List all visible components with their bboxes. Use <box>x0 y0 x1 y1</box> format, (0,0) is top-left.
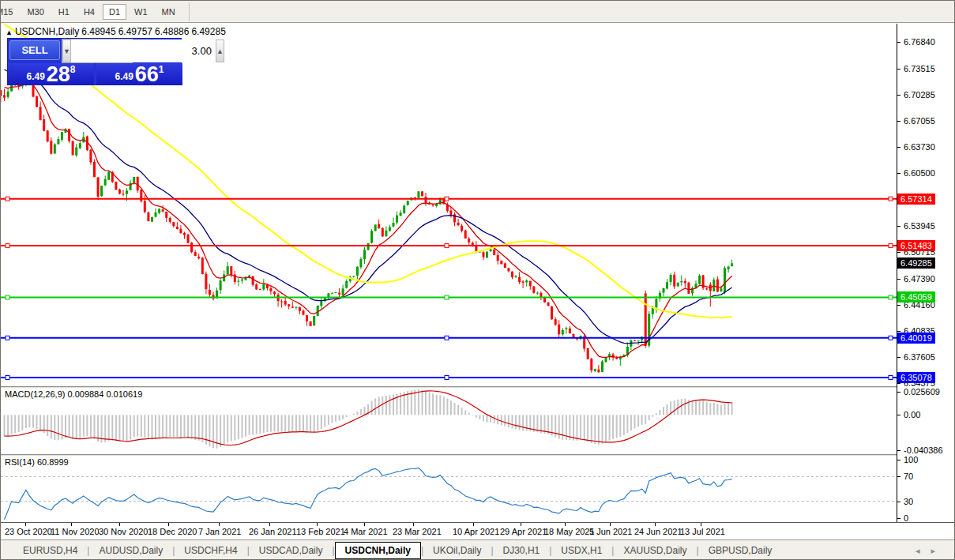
rsi-indicator-pane[interactable]: RSI(14) 60.8999 <box>1 456 897 522</box>
timeframe-button-m30[interactable]: M30 <box>21 4 50 20</box>
price-axis[interactable]: 6.768406.735156.702856.670556.637306.605… <box>897 24 955 522</box>
date-axis-tick <box>364 523 365 526</box>
date-label: 23 Oct 2020 <box>5 527 52 536</box>
date-label: 13 Feb 2021 <box>296 527 345 536</box>
ohlc-close: 6.49285 <box>191 26 225 37</box>
macd-axis-tick: 0.025609 <box>897 386 940 397</box>
rsi-axis-tick: 100 <box>897 454 918 465</box>
date-axis-tick <box>610 523 611 526</box>
date-axis-tick <box>521 523 521 526</box>
date-label: 13 Jul 2021 <box>680 527 725 536</box>
date-axis-tick <box>168 523 169 526</box>
chart-tabbar: EURUSD,H4|AUDUSD,Daily|USDCHF,H4|USDCAD,… <box>1 539 955 560</box>
tab-dj30-h1[interactable]: DJ30,H1 <box>494 542 550 559</box>
volume-input[interactable] <box>71 39 216 62</box>
price-axis-tick: 6.63730 <box>897 141 935 152</box>
sell-button[interactable]: SELL <box>9 40 60 60</box>
tabbar-scroll-right-icon[interactable]: ▸ <box>931 546 946 555</box>
price-chart-pane[interactable]: ▲USDCNH,Daily6.489456.497576.488866.4928… <box>1 24 897 386</box>
tab-usdcnh-daily[interactable]: USDCNH,Daily <box>335 542 421 559</box>
date-axis-tick <box>25 523 26 526</box>
date-label: 29 Apr 2021 <box>500 527 547 536</box>
tab-audusd-daily[interactable]: AUDUSD,Daily <box>89 542 172 559</box>
volume-stepper: ▼ ▲ <box>62 39 133 63</box>
date-label: 18 Dec 2020 <box>148 527 197 536</box>
rsi-axis-tick: 70 <box>897 471 913 482</box>
price-axis-tick: 6.73515 <box>897 63 935 74</box>
date-label: 10 Apr 2021 <box>453 527 499 536</box>
date-axis-tick <box>565 523 566 526</box>
sell-price-sup: 8 <box>70 64 76 75</box>
tab-usdchf-h4[interactable]: USDCHF,H4 <box>175 542 246 559</box>
price-axis-tick: 6.53945 <box>897 220 935 231</box>
sell-price-display[interactable]: 6.49 28 8 <box>8 63 94 85</box>
macd-label: MACD(12,26,9) 0.009884 0.010619 <box>5 389 142 399</box>
tabbar-scroll-left-icon[interactable]: ◂ <box>916 546 931 555</box>
collapse-panel-icon[interactable]: ▲ <box>6 28 13 36</box>
timeframe-button-mn[interactable]: MN <box>156 4 182 20</box>
ohlc-low: 6.48886 <box>155 26 189 37</box>
chart-ohlc-title: ▲USDCNH,Daily6.489456.497576.488866.4928… <box>6 26 228 37</box>
rsi-label: RSI(14) 60.8999 <box>5 457 69 467</box>
rsi-canvas[interactable] <box>1 456 897 522</box>
macd-indicator-pane[interactable]: MACD(12,26,9) 0.009884 0.010619 <box>1 388 897 454</box>
price-axis-tick: 6.67055 <box>897 115 935 126</box>
buy-price-display[interactable]: 6.49 66 1 <box>96 63 182 85</box>
date-label: 26 Jan 2021 <box>249 527 297 536</box>
date-axis-tick <box>71 523 72 526</box>
date-label: 30 Nov 2020 <box>99 527 148 536</box>
chart-symbol-label: USDCNH,Daily <box>15 26 79 37</box>
price-axis-tick: 6.60500 <box>897 167 935 179</box>
rsi-axis-tick: 30 <box>897 496 913 507</box>
hline-price-label: 6.35078 <box>897 372 935 383</box>
one-click-trading-panel: SELL BUY ▼ ▲ 6.49 28 8 6.49 66 1 <box>7 38 182 85</box>
date-label: 23 Mar 2021 <box>393 527 442 536</box>
date-label: 4 Mar 2021 <box>344 527 388 536</box>
hline-price-label: 6.57314 <box>897 194 935 205</box>
date-label: 7 Jan 2021 <box>198 527 241 536</box>
timeframe-toolbar: M15M30H1H4D1W1MN <box>1 1 955 23</box>
macd-axis-tick: 0.00 <box>897 409 920 420</box>
date-axis-tick <box>655 523 656 526</box>
timeframe-button-w1[interactable]: W1 <box>128 4 154 20</box>
date-axis[interactable]: 23 Oct 202011 Nov 202030 Nov 202018 Dec … <box>1 522 955 539</box>
buy-price-small: 6.49 <box>115 71 133 82</box>
volume-decrease-icon[interactable]: ▼ <box>62 39 71 62</box>
date-axis-tick <box>219 523 220 526</box>
current-price-label: 6.49285 <box>897 257 935 269</box>
hline-price-label: 6.45059 <box>897 291 935 303</box>
date-label: 5 Jun 2021 <box>589 527 632 536</box>
tab-ukoil-daily[interactable]: UKOil,Daily <box>423 542 491 559</box>
price-axis-tick: 6.70285 <box>897 89 935 100</box>
terminal-window: M15M30H1H4D1W1MN ▲USDCNH,Daily6.489456.4… <box>0 0 955 560</box>
tab-usdx-h1[interactable]: USDX,H1 <box>551 542 611 559</box>
tab-usdcad-daily[interactable]: USDCAD,Daily <box>250 542 333 559</box>
hline-price-label: 6.51483 <box>897 240 935 251</box>
date-axis-tick <box>701 523 701 526</box>
tab-eurusd-h4[interactable]: EURUSD,H4 <box>13 542 87 559</box>
hline-price-label: 6.40019 <box>897 333 935 344</box>
date-axis-tick <box>269 523 270 526</box>
ohlc-open: 6.48945 <box>81 26 115 37</box>
tab-xauusd-daily[interactable]: XAUUSD,Daily <box>614 542 696 559</box>
toolbar-divider <box>189 2 190 21</box>
date-label: 18 May 2021 <box>544 527 595 536</box>
volume-increase-icon[interactable]: ▲ <box>216 39 224 62</box>
price-axis-tick: 6.37605 <box>897 351 935 363</box>
date-axis-tick <box>413 523 414 526</box>
timeframe-button-m15[interactable]: M15 <box>1 4 19 20</box>
date-axis-tick <box>317 523 318 526</box>
buy-price-sup: 1 <box>159 64 164 75</box>
sell-price-small: 6.49 <box>26 71 44 82</box>
timeframe-button-h4[interactable]: H4 <box>77 4 101 20</box>
date-axis-tick <box>473 523 474 526</box>
timeframe-button-d1[interactable]: D1 <box>103 4 126 20</box>
sell-price-big: 28 <box>47 64 70 85</box>
tab-gbpusd-daily[interactable]: GBPUSD,Daily <box>699 542 782 559</box>
timeframe-button-h1[interactable]: H1 <box>52 4 76 20</box>
date-label: 11 Nov 2020 <box>51 527 100 536</box>
price-axis-tick: 6.47390 <box>897 273 935 284</box>
date-label: 24 Jun 2021 <box>634 527 682 536</box>
buy-price-big: 66 <box>135 64 159 85</box>
price-axis-tick: 6.76840 <box>897 36 935 47</box>
